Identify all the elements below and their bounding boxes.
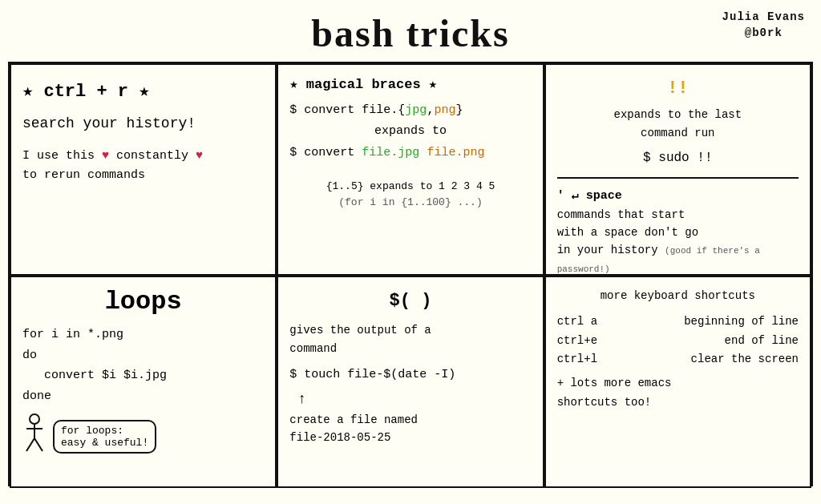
cell-subshell: $( ) gives the output of acommand $ touc… <box>277 276 544 488</box>
braces-code2: $ convert file.jpg file.png <box>289 144 531 163</box>
exclaim-code: $ sudo !! <box>557 148 799 169</box>
cell-exclaim: !! expands to the last command run $ sud… <box>544 63 811 276</box>
exclaim-line1: expands to the last <box>557 106 799 123</box>
subshell-code: $ touch file-$(date -I) <box>289 365 531 385</box>
loops-code: for i in *.png do convert $i $i.jpg done <box>22 325 264 406</box>
svg-line-3 <box>26 438 34 451</box>
braces-expands: expands to <box>289 123 531 141</box>
ctrl-r-desc1: search your history! <box>22 112 264 135</box>
cell-ctrl-r: ★ ctrl + r ★ search your history! I use … <box>10 63 277 276</box>
svg-line-4 <box>34 438 42 451</box>
shortcut-key2: ctrl+e <box>557 332 597 351</box>
title-area: bash tricks Julia Evans @b0rk <box>8 8 813 55</box>
content-grid: ★ ctrl + r ★ search your history! I use … <box>8 62 813 486</box>
braces-code1: $ convert file.{jpg,png} <box>289 102 531 120</box>
shortcuts-item4: + lots more emacs <box>557 374 799 393</box>
braces-note1: {1..5} expands to 1 2 3 4 5 <box>289 179 531 195</box>
author-handle: @b0rk <box>745 26 783 39</box>
shortcut-desc1: beginning of line <box>684 312 799 332</box>
subshell-desc2: create a file namedfile-2018-05-25 <box>289 411 531 447</box>
cell-loops: loops for i in *.png do convert $i $i.jp… <box>10 276 277 488</box>
shortcut-item2: ctrl+e end of line <box>557 332 799 351</box>
shortcut-key1: ctrl a <box>557 312 597 332</box>
shortcuts-item5: shortcuts too! <box>557 393 799 413</box>
loops-bubble-area: for loops:easy & useful! <box>22 413 264 457</box>
shortcuts-title: more keyboard shortcuts <box>557 287 799 306</box>
shortcut-desc2: end of line <box>725 332 799 351</box>
subshell-arrow: ↑ <box>297 388 531 411</box>
shortcut-item1: ctrl a beginning of line <box>557 312 799 332</box>
loops-bubble: for loops:easy & useful! <box>53 420 156 454</box>
exclaim-symbol: !! <box>557 75 799 103</box>
page-title: bash tricks <box>8 8 813 55</box>
braces-title: ★ magical braces ★ <box>289 75 531 95</box>
cell-shortcuts: more keyboard shortcuts ctrl a beginning… <box>544 276 811 488</box>
shortcut-desc3: clear the screen <box>691 350 799 369</box>
author-name: Julia Evans <box>722 10 805 23</box>
author-info: Julia Evans @b0rk <box>722 10 805 41</box>
space-commands: ' ↵ space commands that start with a spa… <box>557 187 799 276</box>
subshell-desc: gives the output of acommand <box>289 321 531 357</box>
loops-title: loops <box>22 287 264 317</box>
cell-braces: ★ magical braces ★ $ convert file.{jpg,p… <box>277 63 544 276</box>
subshell-title: $( ) <box>289 287 531 315</box>
stick-figure-icon <box>22 413 47 457</box>
shortcut-item3: ctrl+l clear the screen <box>557 350 799 369</box>
page: bash tricks Julia Evans @b0rk ★ ctrl + r… <box>0 0 821 504</box>
ctrl-r-shortcut: ★ ctrl + r ★ <box>22 78 264 106</box>
svg-point-0 <box>30 414 39 424</box>
braces-note2: (for i in {1..100} ...) <box>289 195 531 211</box>
ctrl-r-desc2: I use this ♥ constantly ♥to rerun comman… <box>22 147 264 185</box>
shortcut-key3: ctrl+l <box>557 350 597 369</box>
exclaim-line2: command run <box>557 124 799 142</box>
